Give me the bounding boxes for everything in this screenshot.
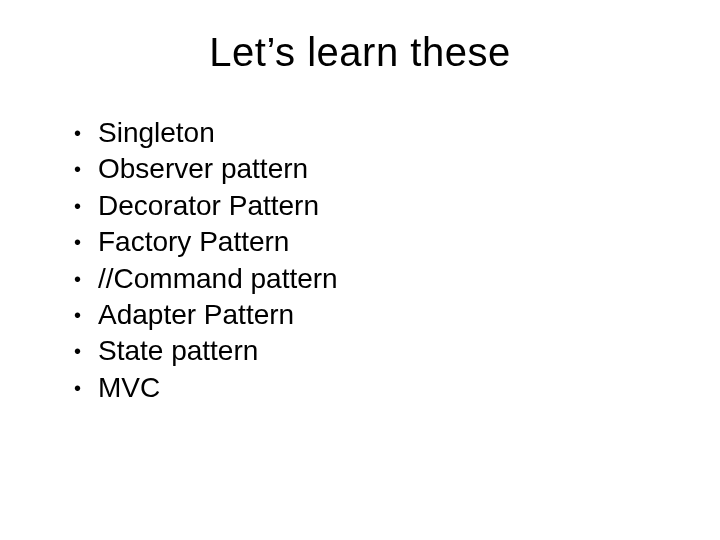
slide: Let’s learn these • Singleton • Observer… [0,0,720,540]
list-item-text: //Command pattern [98,261,660,297]
list-item-text: Factory Pattern [98,224,660,260]
bullet-icon: • [70,151,98,187]
bullet-icon: • [70,370,98,406]
list-item-text: Observer pattern [98,151,660,187]
list-item: • MVC [70,370,660,406]
list-item-text: Singleton [98,115,660,151]
bullet-icon: • [70,188,98,224]
bullet-icon: • [70,333,98,369]
list-item: • State pattern [70,333,660,369]
bullet-icon: • [70,115,98,151]
list-item: • Observer pattern [70,151,660,187]
bullet-icon: • [70,297,98,333]
list-item: • Decorator Pattern [70,188,660,224]
list-item: • Factory Pattern [70,224,660,260]
list-item-text: MVC [98,370,660,406]
list-item-text: Decorator Pattern [98,188,660,224]
list-item-text: Adapter Pattern [98,297,660,333]
slide-title: Let’s learn these [60,30,660,75]
list-item-text: State pattern [98,333,660,369]
bullet-icon: • [70,224,98,260]
list-item: • Singleton [70,115,660,151]
list-item: • Adapter Pattern [70,297,660,333]
bullet-icon: • [70,261,98,297]
bullet-list: • Singleton • Observer pattern • Decorat… [70,115,660,406]
list-item: • //Command pattern [70,261,660,297]
slide-content: • Singleton • Observer pattern • Decorat… [60,115,660,406]
